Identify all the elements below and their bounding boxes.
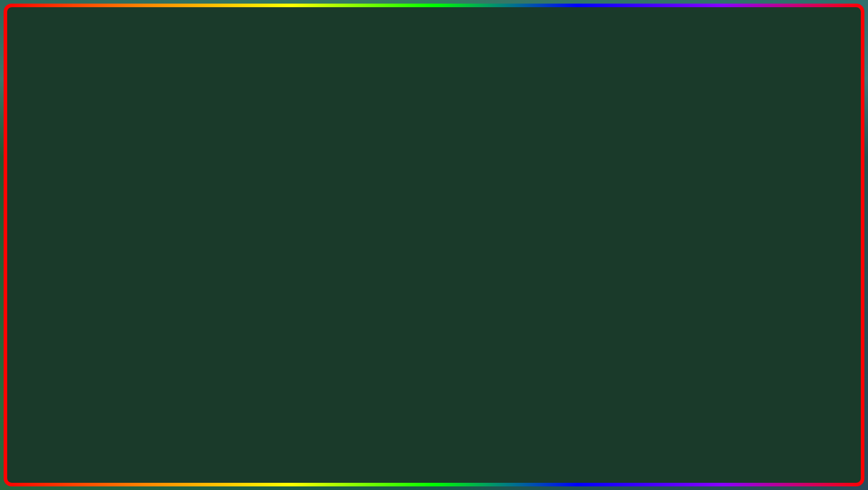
zer0-enemy-dropdown[interactable]: Enemy Select (Otogakure1) ▼ [375, 200, 493, 209]
distance-pc-label: Distance Select for farm (PC) [177, 209, 316, 214]
check-icon-8: ✓ [123, 278, 126, 283]
zer0-autocollect-row: Auto Collect [375, 283, 493, 292]
yuto-hub-header: 9999HUB [60, 134, 264, 150]
zer0-menu-icon[interactable]: ≡ [375, 175, 378, 182]
game-logo-overlay: ANiME FiGHTERS [743, 425, 840, 439]
title-simulator: SIMULATOR [0, 79, 868, 129]
popup-close-button[interactable]: × [313, 187, 316, 195]
popup-sidebar-sky[interactable]: Sky [117, 302, 171, 312]
zer0-autofarm-label: AutoFarm [375, 267, 396, 272]
plat-nav-main[interactable]: ★ Main [466, 152, 488, 160]
zer0-switchdelay-label: Farm switch delay [393, 249, 493, 254]
plat-settings-label[interactable]: settings ∨ [442, 164, 462, 169]
zer0-minimize-btn[interactable]: - [485, 176, 487, 182]
distance-value-box: 200 Stud [177, 218, 316, 227]
feat-allmob-toggle[interactable] [304, 254, 316, 260]
bottom-script: SCRIPT [284, 421, 454, 473]
zer0-clicklimit-label: Remove Click Limit [375, 276, 417, 281]
zer0-tp-row: Tp When Farm [375, 219, 493, 228]
anime-text: ANiME [743, 425, 840, 432]
bottom-update: UPDATE [27, 421, 214, 473]
plat-max-btn[interactable] [577, 142, 582, 147]
plat-nav: ★ Home ★ Main ★ Stars ★ Trial ★ Raid ★ N [437, 150, 587, 162]
check-icon-5: ✓ [123, 248, 126, 253]
zer0-close-btn[interactable]: × [490, 176, 493, 182]
plat-settings-row: settings ∨ [437, 162, 587, 171]
zer0-autocollect-checkbox[interactable] [487, 285, 493, 291]
popup-sidebar-star[interactable]: ✓ STAR [117, 226, 171, 236]
feat-quest-label: Auto Quest [177, 264, 204, 270]
plat-autocollect-checkbox[interactable] [575, 267, 582, 274]
popup-sidebar-localplayer[interactable]: ✓ LOCAL PLAYER [117, 210, 171, 226]
feat-allmob-label: AUTO FARM All Mob In distance [177, 254, 255, 260]
hub-timetrial-label: Auto Time Trail [65, 211, 101, 218]
zer0-farmrange-row: 200 Farm range [375, 239, 493, 246]
zer0-clicklimit-row: Remove Click Limit [375, 274, 493, 283]
zer0-clicklimit-checkbox[interactable] [487, 276, 493, 282]
popup-subtitle: [UPD 36 + 👤 + x5] Anime Fighters Simu... [158, 188, 309, 194]
sidebar-ttmtdf-label: TT/MT/DF [129, 238, 152, 243]
bottom-text-container: UPDATE 36 SCRIPT PASTEBIN [27, 421, 694, 473]
check-icon-3: ✓ [123, 228, 126, 233]
zer0-controls: ↑ ↓ - × [472, 176, 493, 182]
plat-nav-stars[interactable]: ★ Stars [491, 152, 514, 160]
plat-min-btn[interactable] [569, 142, 574, 147]
popup-sidebar: ✓ MAIN ✓ LOCAL PLAYER ✓ STAR ✓ TT/MT/DF … [117, 198, 171, 300]
hub-meteor-label: Auto Meteor [65, 202, 94, 209]
popup-header: YUTO HUB [UPD 36 + 👤 + x5] Anime Fighter… [117, 185, 322, 198]
popup-feat-allmob: AUTO FARM All Mob In distance [177, 252, 316, 262]
feat-quest-checkbox[interactable]: ✓ [309, 263, 316, 271]
hub-feature-autofarm: AutoFarm [65, 165, 259, 174]
zer0-up-btn[interactable]: ↑ [472, 176, 475, 182]
yuto-popup: YUTO HUB [UPD 36 + 👤 + x5] Anime Fighter… [116, 183, 323, 305]
plat-close-btn[interactable] [561, 142, 566, 147]
zer0-attack-label: Attack anything [375, 230, 408, 235]
main-title-container: ANIME FIGHTERS SIMULATOR [0, 13, 868, 129]
plat-nav-raid[interactable]: ★ Raid [538, 152, 560, 160]
popup-feat-quest: Auto Quest ✓ [177, 262, 316, 272]
zer0-body: Enemy Select (Otogakure1) ▼ Refresh Enem… [370, 197, 498, 295]
zer0-tp-checkbox[interactable] [487, 220, 493, 227]
zer0-refresh-row: Refresh Enemies [375, 211, 493, 219]
plat-title: Platinium - Anime Fighters Simulator - [… [441, 142, 538, 147]
plat-nav-more[interactable]: ★ N [562, 152, 577, 160]
plat-attack-checkbox[interactable] [575, 210, 582, 217]
distance-pc-row: Distance Select for farm (PC) [177, 209, 316, 214]
feat-tpmob-checkbox[interactable]: ✓ [309, 232, 316, 239]
plat-clicklimit-checkbox[interactable] [575, 258, 582, 265]
feat-mobselect-checkbox[interactable]: ✓ [309, 243, 316, 250]
plat-autofarm-checkbox[interactable] [575, 249, 582, 256]
popup-sidebar-teleport[interactable]: ✓ Teleport [117, 245, 171, 255]
plat-nav-trial[interactable]: ★ Trial [515, 152, 537, 160]
hub-selectmonster-label: Select Monster [65, 193, 101, 200]
plat-win-controls [561, 142, 582, 147]
zer0-attack-checkbox[interactable] [487, 229, 493, 236]
title-anime-fighters: ANIME FIGHTERS [0, 13, 868, 79]
check-icon-6: ✓ [123, 258, 126, 263]
hub-nav-misc[interactable]: Misc [116, 152, 128, 158]
hub-nav-egg[interactable]: Egg [98, 152, 107, 158]
zer0-title: Zer0 Hub | AFS [406, 176, 444, 182]
zer0-switchdelay-num: 0 [375, 248, 390, 255]
popup-sidebar-dungeon[interactable]: ✓ DUNGEON [117, 265, 171, 275]
star-decoration-1: ★ [27, 403, 38, 418]
popup-sidebar-ttmtdf[interactable]: ✓ TT/MT/DF [117, 236, 171, 245]
zer0-autofarm-tab[interactable]: AutoFarm [375, 187, 403, 196]
popup-sidebar-webhook[interactable]: ✓ Webhook [117, 275, 171, 285]
hub-autofarm-toggle[interactable] [246, 166, 259, 173]
zer0-down-btn[interactable]: ↓ [479, 176, 481, 182]
popup-sidebar-autoraid[interactable]: ✓ AUTO RAID [117, 255, 171, 265]
distance-slider-container: 200 Stud [177, 218, 316, 227]
popup-sidebar-main[interactable]: ✓ MAIN [117, 200, 171, 210]
hub-clickdamage-label: Auto ClickDamage [65, 175, 110, 182]
hub-autofarm-label: AutoFarm [65, 166, 89, 173]
zer0-autofarm-checkbox[interactable] [487, 267, 493, 273]
hub-nav-autofarm[interactable]: AutoFarm [65, 152, 89, 158]
game-thumb-inner: ANiME FiGHTERS ANiME FiGHTERS [743, 345, 840, 441]
hub-nav-setting[interactable]: Setting [137, 152, 153, 158]
plat-nav-home[interactable]: ★ Home [440, 152, 465, 160]
zer0-farm-header: Farm [375, 258, 493, 264]
zer0-autocollect-label: Auto Collect [375, 285, 401, 290]
check-icon-4: ✓ [123, 238, 126, 243]
distance-slider-fill[interactable] [203, 221, 313, 223]
